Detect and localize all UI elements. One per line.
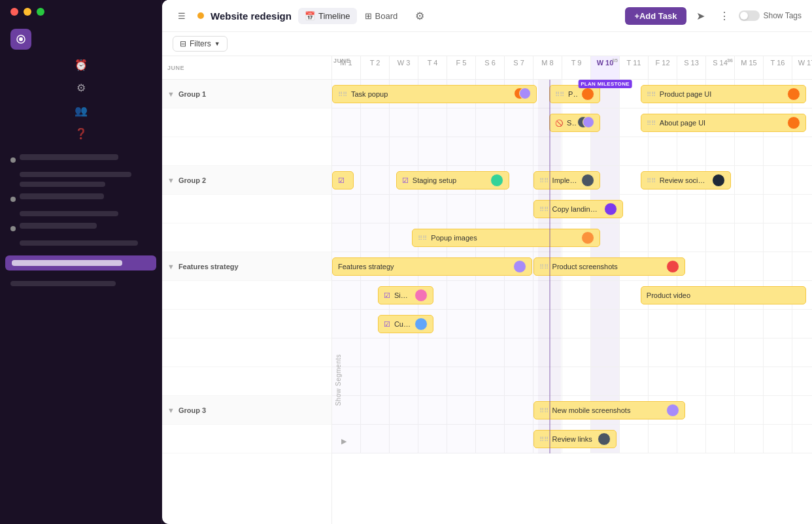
task-bar[interactable]: ⠿⠿About page UI	[641, 114, 806, 132]
date-header-spacer: JUNE	[162, 56, 332, 79]
row-label-10[interactable]	[162, 367, 331, 396]
row-label-11[interactable]: ▼Group 3	[162, 396, 331, 425]
task-bar[interactable]: ⠿⠿New mobile screenshots	[533, 401, 685, 419]
task-bar[interactable]: ⠿⠿Product page UI	[641, 85, 806, 103]
task-bar[interactable]: ⠿⠿Task popup	[332, 85, 537, 103]
date-col-T11: T 11	[620, 56, 649, 79]
task-bar[interactable]: ⠿⠿Implement CMS	[533, 171, 601, 189]
expand-button[interactable]: ▶	[341, 437, 347, 446]
task-icon: ⠿⠿	[539, 177, 549, 184]
task-label: New mobile screenshots	[552, 406, 662, 414]
show-tags-toggle[interactable]	[739, 10, 760, 21]
row-label-2[interactable]	[162, 137, 331, 166]
task-icon: ⠿⠿	[539, 407, 549, 414]
sidebar-placeholder	[20, 211, 118, 216]
row-divider-10	[332, 367, 812, 396]
sidebar-item-help[interactable]: ❓	[5, 123, 156, 144]
task-bar[interactable]: ☑Customer storie...	[378, 315, 433, 333]
row-label-6[interactable]: ▼Features strategy	[162, 252, 331, 281]
customize-icon: ⚙	[415, 10, 424, 22]
task-icon: ⠿⠿	[647, 91, 656, 98]
task-bar[interactable]: ☑Updates	[332, 171, 354, 189]
task-label: Features strategy	[338, 263, 509, 270]
row-label-1[interactable]	[162, 108, 331, 137]
tab-board[interactable]: ⊞ Board	[358, 8, 405, 24]
avatar	[787, 116, 800, 129]
row-label-8[interactable]	[162, 310, 331, 338]
date-col-F12: F 12	[649, 56, 677, 79]
row-label-12[interactable]	[162, 425, 331, 453]
header-right: +Add Task ➤ ⋮ Show Tags	[625, 7, 802, 25]
sidebar-item-clock[interactable]: ⏰	[5, 55, 156, 75]
task-bar[interactable]: ☑Staging setup	[396, 171, 509, 189]
sidebar-placeholder	[20, 154, 118, 160]
task-icon: ⠿⠿	[418, 235, 427, 242]
task-label: Popup images	[431, 234, 577, 242]
task-label: Product page UI	[660, 90, 783, 98]
task-icon: 🚫	[555, 120, 563, 127]
filter-icon: ⊟	[180, 39, 186, 48]
task-label: Review social proof	[660, 176, 708, 184]
row-label-7[interactable]	[162, 281, 331, 310]
task-icon: ☑	[402, 176, 409, 185]
row-label-9[interactable]	[162, 338, 331, 367]
filter-label: Filters	[190, 39, 211, 48]
avatar	[581, 88, 594, 101]
sidebar-placeholder	[20, 193, 104, 199]
sidebar-active-project[interactable]	[5, 255, 156, 270]
task-label: Social	[567, 119, 576, 127]
row-label-4[interactable]	[162, 195, 331, 223]
task-icon: ☑	[384, 291, 390, 300]
minimize-button[interactable]	[24, 8, 31, 16]
task-bar[interactable]: ⠿⠿Popup images	[412, 229, 600, 247]
task-label: Customer storie...	[394, 320, 411, 328]
sidebar: ⏰ ⚙ 👥 ❓	[0, 0, 162, 524]
task-bar[interactable]: Features strategy	[332, 257, 532, 276]
task-bar[interactable]: ⠿⠿Review links	[533, 430, 617, 448]
avatar	[414, 318, 428, 331]
task-icon: ⠿⠿	[555, 91, 564, 98]
avatar	[712, 174, 725, 187]
app-logo[interactable]	[10, 29, 31, 50]
show-segments-button[interactable]: Show Segments	[335, 354, 342, 406]
task-bar[interactable]: ☑Sidebar story	[378, 286, 433, 304]
tab-timeline[interactable]: 📅 Timeline	[298, 8, 357, 24]
task-bar[interactable]: Product video	[641, 286, 806, 304]
sidebar-item-team[interactable]: 👥	[5, 101, 156, 121]
filter-dropdown-icon: ▼	[214, 41, 220, 47]
toolbar: ⊟ Filters ▼	[162, 32, 812, 56]
date-col-S14: 36S 14	[706, 56, 735, 79]
task-label: Produc...	[568, 90, 577, 98]
more-icon: ⋮	[719, 10, 730, 22]
sidebar-placeholder	[10, 281, 116, 286]
row-label-5[interactable]	[162, 223, 331, 252]
date-col-W3: W 3	[390, 56, 418, 79]
maximize-button[interactable]	[37, 8, 44, 16]
collapse-sidebar-button[interactable]: ☰	[173, 7, 191, 25]
close-button[interactable]	[10, 8, 18, 16]
avatar	[666, 260, 679, 273]
add-task-button[interactable]: +Add Task	[625, 7, 686, 25]
filter-button[interactable]: ⊟ Filters ▼	[173, 36, 228, 52]
avatar	[414, 289, 428, 302]
task-bar[interactable]: ⠿⠿Copy landing page	[533, 200, 624, 218]
row-label-3[interactable]: ▼Group 2	[162, 166, 331, 195]
task-bar[interactable]: 🚫Social	[549, 114, 600, 132]
window-controls-area	[0, 8, 161, 24]
date-col-W10: 35W 10PLAN MILESTONE	[591, 56, 620, 79]
share-button[interactable]: ➤	[692, 7, 710, 25]
row-label-0[interactable]: ▼Group 1	[162, 80, 331, 108]
sidebar-item-settings[interactable]: ⚙	[5, 78, 156, 98]
date-col-T16: T 16	[764, 56, 792, 79]
task-bar[interactable]: ⠿⠿Review social proof	[641, 171, 731, 189]
more-options-button[interactable]: ⋮	[715, 7, 734, 25]
task-label: Product screenshots	[552, 263, 662, 270]
task-label: Copy landing page	[552, 205, 601, 213]
date-col-S6: S 6	[476, 56, 505, 79]
customize-button[interactable]: ⚙	[411, 7, 429, 25]
window-controls	[10, 8, 44, 16]
main-content: ☰ Website redesign 📅 Timeline ⊞ Board ⚙ …	[162, 0, 812, 524]
timeline-tab-icon: 📅	[305, 11, 315, 21]
task-bar[interactable]: ⠿⠿Product screenshots	[533, 257, 685, 276]
row-labels: ▼Group 1▼Group 2▼Features strategy▼Group…	[162, 80, 332, 524]
